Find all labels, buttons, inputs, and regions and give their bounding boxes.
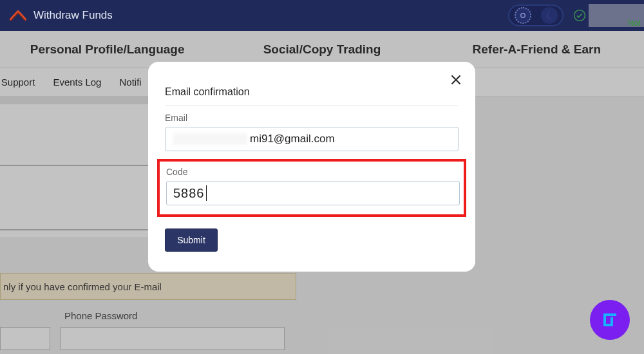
theme-toggle[interactable] [508, 5, 564, 26]
check-shield-icon [573, 9, 586, 22]
moon-icon [541, 7, 558, 24]
email-confirmation-modal: Email confirmation Email mi91@gmail.com … [148, 62, 475, 272]
svg-point-1 [574, 10, 585, 21]
code-value: 5886 [173, 186, 205, 201]
chat-logo-icon [599, 309, 621, 331]
email-label: Email [165, 113, 459, 123]
code-input[interactable]: 5886 [166, 181, 460, 205]
code-highlight: Code 5886 [157, 159, 466, 217]
svg-point-0 [520, 14, 524, 17]
notification-fragment: Not [628, 19, 640, 28]
brand-logo [9, 8, 27, 23]
chat-widget-button[interactable] [590, 300, 630, 340]
email-suffix: mi91@gmail.com [250, 133, 335, 145]
sun-icon [515, 7, 531, 24]
close-icon[interactable] [448, 72, 464, 88]
code-label: Code [166, 167, 457, 177]
text-caret [206, 185, 207, 201]
modal-title: Email confirmation [165, 86, 459, 98]
submit-button[interactable]: Submit [165, 228, 218, 252]
page-title: Withdraw Funds [33, 9, 113, 22]
email-input[interactable]: mi91@gmail.com [165, 127, 459, 151]
email-redacted-part [173, 133, 247, 145]
